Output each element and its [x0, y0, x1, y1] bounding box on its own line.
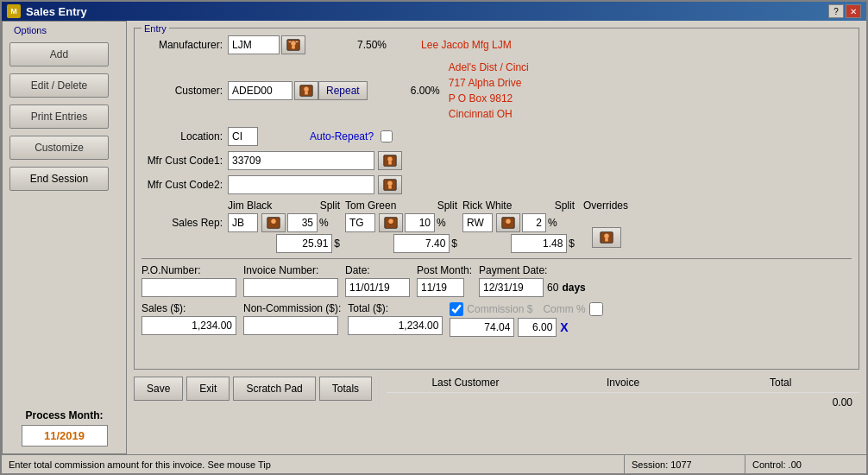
commission-checkbox[interactable]: [450, 302, 463, 316]
invoice-col-header: Invoice: [544, 377, 702, 389]
invoice-input[interactable]: [243, 278, 338, 297]
split-label2: Split: [437, 200, 457, 212]
lookup-icon: [286, 37, 301, 53]
po-input[interactable]: [142, 278, 236, 297]
rep1-controls: %: [228, 213, 340, 232]
comm-pct-checkbox[interactable]: [589, 302, 603, 316]
app-icon: M: [7, 4, 21, 18]
rep2-pct: %: [437, 217, 446, 229]
comm-pct-input[interactable]: [518, 318, 557, 337]
po-row: P.O.Number: Invoice Number: Date: Post M…: [142, 264, 852, 297]
total-col-header: Total: [701, 377, 859, 389]
process-month-section: Process Month: 11/2019: [9, 409, 119, 446]
edit-delete-button[interactable]: Edit / Delete: [9, 73, 109, 98]
rep2-dollar-sign: $: [451, 238, 457, 250]
date-label: Date:: [345, 264, 410, 276]
totals-button[interactable]: Totals: [319, 377, 372, 401]
last-section: Last Customer Invoice Total 0.00: [379, 373, 859, 412]
rep2-dollar-row: $: [345, 234, 457, 253]
non-commission-label: Non-Commission ($):: [243, 302, 341, 314]
non-commission-input[interactable]: [243, 316, 338, 335]
close-button[interactable]: ✕: [846, 4, 861, 18]
comm-x-button[interactable]: X: [560, 320, 568, 334]
sales-group: Sales ($):: [142, 302, 236, 335]
exit-button[interactable]: Exit: [186, 377, 230, 401]
customer-addr1: 717 Alpha Drive: [449, 75, 529, 91]
payment-date-row: 60 days: [479, 278, 586, 297]
auto-repeat-link[interactable]: Auto-Repeat?: [310, 130, 374, 142]
rep2-dollar-input[interactable]: [393, 234, 450, 253]
rep3-code-input[interactable]: [462, 213, 493, 232]
manufacturer-lookup-button[interactable]: [281, 35, 305, 54]
rep1-lookup-icon: [266, 215, 281, 231]
rep1-dollar-row: $: [228, 234, 340, 253]
print-entries-button[interactable]: Print Entries: [9, 104, 109, 129]
invoice-value: [542, 396, 697, 408]
customer-input[interactable]: [228, 81, 292, 100]
add-button[interactable]: Add: [9, 42, 109, 66]
rep1-code-input[interactable]: [228, 213, 258, 232]
customize-button[interactable]: Customize: [9, 136, 109, 160]
commission-group: Commission $ Comm % X: [450, 302, 602, 337]
post-month-label: Post Month:: [417, 264, 472, 276]
rep3-dollar-input[interactable]: [511, 234, 567, 253]
customer-lookup-button[interactable]: [294, 81, 318, 100]
mfr-code2-lookup-button[interactable]: [378, 175, 402, 194]
entry-label: Entry: [142, 23, 169, 34]
title-bar: M Sales Entry ? ✕: [2, 2, 866, 21]
rep2-header: Tom Green Split: [345, 200, 457, 212]
rep1-dollar-sign: $: [334, 238, 340, 250]
total-group: Total ($):: [348, 302, 443, 335]
rep2-split-input[interactable]: [405, 213, 435, 232]
location-input[interactable]: [228, 127, 258, 146]
entry-panel: Entry Manufacturer: 7.50%: [134, 28, 859, 370]
end-session-button[interactable]: End Session: [9, 167, 109, 191]
sidebar-buttons: Add Edit / Delete Print Entries Customiz…: [9, 41, 119, 191]
customer-label: Customer:: [142, 85, 228, 97]
repeat-button[interactable]: Repeat: [318, 81, 368, 100]
lookup-icon4: [382, 177, 398, 193]
overrides-label: Overrides: [583, 200, 628, 212]
date-input[interactable]: [345, 278, 410, 297]
post-month-input[interactable]: [417, 278, 464, 297]
auto-repeat-checkbox[interactable]: [381, 130, 393, 142]
overrides-button[interactable]: [592, 227, 621, 248]
help-button[interactable]: ?: [828, 4, 844, 18]
title-bar-controls: ? ✕: [828, 4, 861, 18]
rep1-dollar-input[interactable]: [276, 234, 332, 253]
rep3-header: Rick White Split: [462, 200, 575, 212]
rep3-group: Rick White Split: [462, 200, 575, 253]
rep3-pct: %: [548, 217, 557, 229]
sidebar: Options Add Edit / Delete Print Entries …: [2, 21, 127, 454]
scratch-pad-button[interactable]: Scratch Pad: [233, 377, 315, 401]
mfr-cust-code1-input[interactable]: [228, 151, 374, 170]
customer-addr2: P O Box 9812: [449, 91, 529, 106]
mfr-cust-code2-input[interactable]: [228, 175, 374, 194]
customer-pct: 6.00%: [411, 85, 440, 97]
rep1-split-input[interactable]: [287, 213, 318, 232]
lookup-icon2: [299, 83, 314, 98]
rep3-split-input[interactable]: [522, 213, 546, 232]
date-group: Date:: [345, 264, 410, 297]
mfr-code1-lookup-button[interactable]: [378, 151, 402, 170]
sales-input[interactable]: [142, 316, 236, 335]
rep2-code-input[interactable]: [345, 213, 375, 232]
rep2-lookup-button[interactable]: [379, 213, 403, 232]
po-group: P.O.Number:: [142, 264, 236, 297]
commission-input[interactable]: [450, 318, 514, 337]
control-info: Control: .00: [745, 455, 866, 473]
payment-date-input[interactable]: [479, 278, 544, 297]
total-input[interactable]: [348, 316, 443, 335]
rep3-lookup-button[interactable]: [496, 213, 520, 232]
status-bar: Enter total commission amount for this i…: [2, 454, 866, 473]
total-value: 0.00: [697, 396, 859, 408]
location-label: Location:: [142, 130, 228, 142]
svg-point-21: [604, 234, 608, 238]
save-button[interactable]: Save: [134, 377, 183, 401]
rep1-lookup-button[interactable]: [261, 213, 286, 232]
manufacturer-input[interactable]: [228, 35, 280, 54]
svg-rect-2: [292, 46, 295, 49]
total-label: Total ($):: [348, 302, 443, 314]
svg-point-17: [388, 219, 393, 224]
sales-rep-label: Sales Rep:: [142, 200, 228, 229]
